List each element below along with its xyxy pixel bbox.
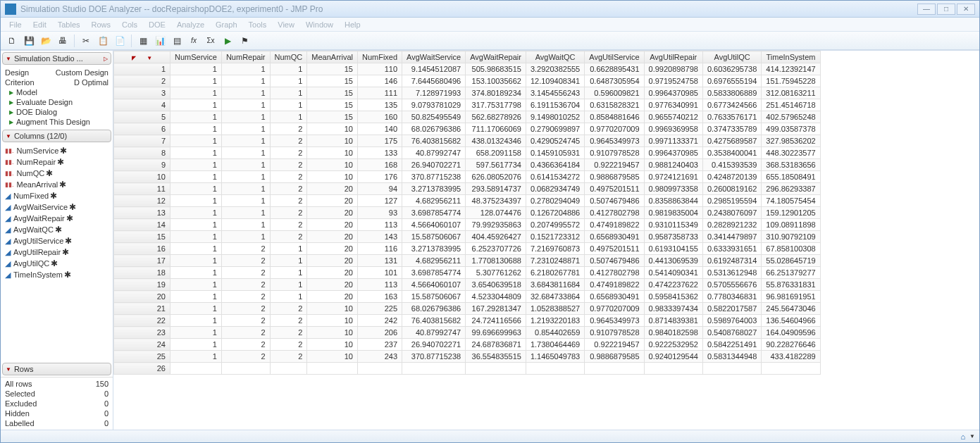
cell[interactable]: 327.98536202 [762, 135, 820, 147]
cell[interactable]: 1 [221, 183, 270, 195]
cell[interactable]: 24.724116566 [466, 315, 526, 327]
chart-button[interactable]: 📊 [153, 34, 167, 48]
cell[interactable]: 0.1267204886 [526, 207, 584, 219]
cell[interactable]: 135 [357, 99, 402, 111]
cell[interactable]: 10 [307, 123, 358, 135]
cell[interactable]: 0.9809973358 [644, 183, 702, 195]
cell[interactable] [466, 363, 526, 375]
cell[interactable]: 0.4127802798 [585, 267, 644, 279]
cell[interactable]: 7.128971993 [402, 87, 466, 99]
table-row[interactable]: 1111220943.2713783995293.589147370.06829… [114, 183, 821, 195]
cell[interactable]: 36.554835515 [466, 351, 526, 363]
cell[interactable]: 67.858100308 [762, 243, 820, 255]
cell[interactable]: 164.04909596 [762, 327, 820, 339]
cell[interactable]: 20 [307, 291, 358, 303]
row-header[interactable]: 21 [114, 303, 170, 315]
cell[interactable]: 4.682956211 [402, 255, 466, 267]
cell[interactable]: 0.922219457 [585, 159, 644, 171]
table-row[interactable]: 51111516050.825495549562.682789269.14980… [114, 111, 821, 123]
cell[interactable]: 68.026796386 [402, 123, 466, 135]
cell[interactable]: 160 [357, 111, 402, 123]
cell[interactable]: 0.4749189822 [585, 279, 644, 291]
cell[interactable]: 0.7633576171 [702, 111, 761, 123]
cell[interactable]: 1 [221, 63, 270, 75]
cell[interactable]: 1.0528388527 [526, 303, 584, 315]
cell[interactable]: 1 [170, 351, 222, 363]
table-row[interactable]: 91121016826.940702271597.56177340.436636… [114, 159, 821, 171]
col-header-avgutilrepair[interactable]: AvgUtilRepair [644, 51, 702, 63]
cell[interactable]: 242 [357, 315, 402, 327]
cell[interactable]: 0.5408768027 [702, 327, 761, 339]
cell[interactable]: 76.403815682 [402, 135, 466, 147]
table-row[interactable]: 4111151359.0793781029317.753177986.19115… [114, 99, 821, 111]
cell[interactable]: 0.4366364184 [526, 159, 584, 171]
cell[interactable]: 3.6843811684 [526, 279, 584, 291]
cell[interactable]: 0.2828921232 [702, 219, 761, 231]
cell[interactable]: 2 [270, 219, 307, 231]
cell[interactable]: 0.9819835004 [644, 207, 702, 219]
cell[interactable]: 3.2713783995 [402, 243, 466, 255]
row-header[interactable]: 4 [114, 99, 170, 111]
table-row[interactable]: 151122014315.587506067404.459264270.1521… [114, 231, 821, 243]
cell[interactable] [170, 363, 222, 375]
cell[interactable]: 2 [270, 159, 307, 171]
cell[interactable]: 1 [170, 315, 222, 327]
cell[interactable]: 0.3747335789 [702, 123, 761, 135]
cell[interactable]: 370.87715238 [402, 171, 466, 183]
cell[interactable]: 1 [221, 171, 270, 183]
cell[interactable]: 7.6445680496 [402, 75, 466, 87]
cell[interactable]: 1 [170, 123, 222, 135]
cell[interactable]: 0.5074679486 [585, 255, 644, 267]
cell[interactable]: 1 [170, 267, 222, 279]
row-header[interactable]: 9 [114, 159, 170, 171]
cell[interactable]: 12.109408341 [526, 75, 584, 87]
cell[interactable]: 0.5074679486 [585, 195, 644, 207]
cell[interactable]: 2 [270, 135, 307, 147]
row-header[interactable]: 26 [114, 363, 170, 375]
cell[interactable]: 2 [270, 195, 307, 207]
flag-button[interactable]: ⚑ [237, 34, 252, 48]
dropdown-icon[interactable]: ▼ [969, 433, 975, 439]
cell[interactable]: 296.86293387 [762, 183, 820, 195]
cell[interactable]: 2 [221, 267, 270, 279]
open-button[interactable]: 📂 [39, 34, 53, 48]
cell[interactable]: 0.9310115349 [644, 219, 702, 231]
table-row[interactable]: 71121017576.403815682438.013243460.42905… [114, 135, 821, 147]
cell[interactable]: 1 [270, 63, 307, 75]
cell[interactable]: 2 [221, 291, 270, 303]
cell[interactable]: 0.9886879585 [585, 351, 644, 363]
design-panel-header[interactable]: ▼ Simulation Studio ... ▷ [2, 52, 111, 65]
cell[interactable]: 6.2523707726 [466, 243, 526, 255]
tree-evaluate[interactable]: ▶Evaluate Design [4, 97, 110, 107]
cell[interactable]: 0.4413069539 [644, 255, 702, 267]
row-header[interactable]: 13 [114, 207, 170, 219]
menu-rows[interactable]: Rows [92, 20, 111, 29]
cell[interactable]: 1 [170, 207, 222, 219]
new-button[interactable]: 🗋 [5, 34, 19, 48]
rows-stat-labelled[interactable]: Labelled0 [4, 418, 110, 428]
cell[interactable]: 0.6773424566 [702, 99, 761, 111]
cell[interactable]: 0.6568930491 [585, 231, 644, 243]
cell[interactable]: 15 [307, 87, 358, 99]
disclosure-icon[interactable]: ▷ [104, 56, 108, 62]
cell[interactable]: 0.3414479897 [702, 231, 761, 243]
table-row[interactable]: 201212016315.5875060674.523304480932.684… [114, 291, 821, 303]
cell[interactable]: 1 [170, 231, 222, 243]
menu-doe[interactable]: DOE [149, 20, 166, 29]
cell[interactable]: 10 [307, 339, 358, 351]
cell[interactable]: 163 [357, 291, 402, 303]
cell[interactable]: 10 [307, 351, 358, 363]
cell[interactable]: 0.9719524758 [644, 75, 702, 87]
cell[interactable]: 626.08052076 [466, 171, 526, 183]
cell[interactable]: 9.1454512087 [402, 63, 466, 75]
row-header[interactable]: 16 [114, 243, 170, 255]
cell[interactable]: 2 [270, 183, 307, 195]
table-row[interactable]: 61121014068.026796386711.170660690.27906… [114, 123, 821, 135]
cell[interactable]: 1 [221, 231, 270, 243]
cell[interactable]: 1 [270, 87, 307, 99]
cell[interactable]: 140 [357, 123, 402, 135]
column-item-meanarrival[interactable]: ▮▮.MeanArrival ✱ [4, 179, 110, 190]
column-item-avgwaitqc[interactable]: ◢AvgWaitQC ✱ [4, 224, 110, 235]
cell[interactable]: 3.2920382555 [526, 63, 584, 75]
cell[interactable]: 2 [221, 339, 270, 351]
